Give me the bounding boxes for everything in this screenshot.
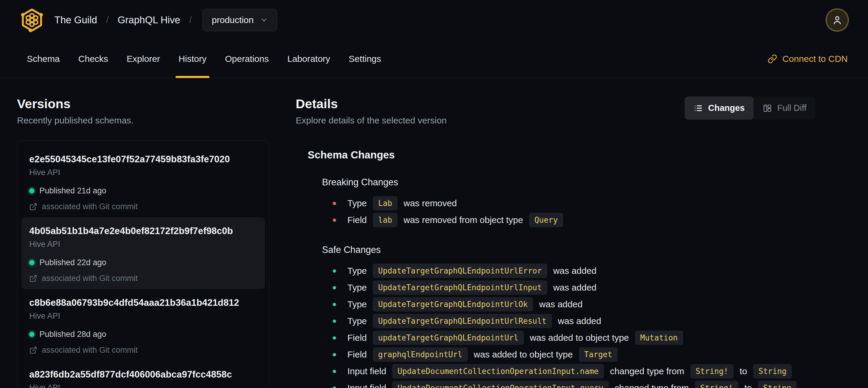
change-list: TypeLabwas removedFieldlabwas removed fr… <box>322 195 851 228</box>
safe-bullet-icon <box>333 303 336 306</box>
schema-changes-title: Schema Changes <box>308 149 851 161</box>
safe-bullet-icon <box>333 336 336 339</box>
version-card[interactable]: a823f6db2a55df877dcf406006abca97fcc4858c… <box>22 361 265 388</box>
full-diff-view-label: Full Diff <box>777 103 806 113</box>
change-row: TypeUpdateTargetGraphQLEndpointUrlResult… <box>333 313 851 329</box>
tab-settings[interactable]: Settings <box>348 40 381 78</box>
git-commit-text: associated with Git commit <box>42 202 138 211</box>
change-text: to <box>744 383 752 388</box>
view-toggle: Changes Full Diff <box>685 96 815 120</box>
change-groups: Breaking ChangesTypeLabwas removedFieldl… <box>296 177 851 388</box>
change-text: Type <box>347 316 367 326</box>
breadcrumb: The Guild / GraphQL Hive / production <box>54 9 277 31</box>
version-card[interactable]: e2e55045345ce13fe07f52a77459b83fa3fe7020… <box>22 146 265 217</box>
safe-bullet-icon <box>333 387 336 388</box>
tab-label: Schema <box>27 54 60 64</box>
tab-checks[interactable]: Checks <box>78 40 108 78</box>
version-card[interactable]: c8b6e88a06793b9c4dfd54aaa21b36a1b421d812… <box>22 289 265 361</box>
change-text: Type <box>347 299 367 309</box>
change-text: Input field <box>347 383 386 388</box>
change-row: Input fieldUpdateDocumentCollectionOpera… <box>333 363 851 380</box>
change-row: FieldgraphqlEndpointUrlwas added to obje… <box>333 346 851 363</box>
version-service: Hive API <box>29 168 257 177</box>
code-chip: String <box>758 381 797 388</box>
versions-title: Versions <box>17 96 270 111</box>
code-chip: Query <box>529 213 563 227</box>
published-dot-icon <box>29 260 34 265</box>
git-commit-text: associated with Git commit <box>42 346 138 355</box>
connect-to-cdn-link[interactable]: Connect to CDN <box>768 40 848 78</box>
change-group-safe: Safe ChangesTypeUpdateTargetGraphQLEndpo… <box>322 244 851 388</box>
tab-label: Explorer <box>127 54 160 64</box>
hive-logo-icon[interactable] <box>19 7 45 33</box>
change-text: Type <box>347 198 367 208</box>
tab-label: History <box>179 54 207 64</box>
version-card[interactable]: 4b05ab51b1b4a7e2e4b0ef82172f2b9f7ef98c0b… <box>22 217 265 289</box>
code-chip: String! <box>695 381 738 388</box>
details-panel: Details Explore details of the selected … <box>296 90 851 388</box>
change-text: Field <box>347 215 367 225</box>
safe-bullet-icon <box>333 320 336 323</box>
code-chip: UpdateTargetGraphQLEndpointUrlInput <box>373 280 547 295</box>
tab-schema[interactable]: Schema <box>27 40 60 78</box>
git-commit-link[interactable]: associated with Git commit <box>29 202 257 211</box>
change-group-title: Safe Changes <box>322 244 851 255</box>
external-link-icon <box>29 203 37 211</box>
safe-bullet-icon <box>333 353 336 356</box>
published-text: Published 28d ago <box>39 330 106 339</box>
version-published: Published 21d ago <box>29 186 257 196</box>
user-avatar-button[interactable] <box>826 8 849 32</box>
change-text: Field <box>347 350 367 360</box>
tab-label: Operations <box>225 54 269 64</box>
full-diff-view-button[interactable]: Full Diff <box>753 96 815 120</box>
link-chain-icon <box>768 54 777 64</box>
tab-explorer[interactable]: Explorer <box>127 40 160 78</box>
target-selector[interactable]: production <box>203 9 277 31</box>
change-text: to <box>740 366 747 376</box>
git-commit-text: associated with Git commit <box>42 274 138 283</box>
change-text: was added to object type <box>530 333 629 343</box>
tab-history[interactable]: History <box>179 40 207 78</box>
code-chip: lab <box>373 213 398 227</box>
code-chip: String! <box>690 364 734 379</box>
tab-label: Checks <box>78 54 108 64</box>
safe-bullet-icon <box>333 370 336 373</box>
version-published: Published 28d ago <box>29 330 257 339</box>
tab-label: Settings <box>348 54 381 64</box>
changes-view-button[interactable]: Changes <box>685 96 753 120</box>
code-chip: updateTargetGraphQLEndpointUrl <box>373 331 524 345</box>
change-text: was added <box>553 266 596 276</box>
details-heading-block: Details Explore details of the selected … <box>296 90 446 125</box>
change-group-title: Breaking Changes <box>322 177 851 188</box>
breaking-bullet-icon <box>333 218 336 222</box>
tab-operations[interactable]: Operations <box>225 40 269 78</box>
change-row: TypeUpdateTargetGraphQLEndpointUrlInputw… <box>333 279 851 296</box>
version-list: e2e55045345ce13fe07f52a77459b83fa3fe7020… <box>17 141 270 388</box>
nav-tabs: SchemaChecksExplorerHistoryOperationsLab… <box>19 40 849 78</box>
chevron-down-icon <box>260 16 268 24</box>
published-dot-icon <box>29 188 34 193</box>
tab-laboratory[interactable]: Laboratory <box>287 40 330 78</box>
code-chip: UpdateDocumentCollectionOperationInput.n… <box>392 364 604 379</box>
change-row: Input fieldUpdateDocumentCollectionOpera… <box>333 380 851 388</box>
published-text: Published 22d ago <box>39 258 106 267</box>
breadcrumb-separator: / <box>106 14 109 25</box>
code-chip: UpdateTargetGraphQLEndpointUrlOk <box>373 297 533 311</box>
versions-panel: Versions Recently published schemas. e2e… <box>17 90 270 388</box>
change-text: Type <box>347 282 367 293</box>
git-commit-link[interactable]: associated with Git commit <box>29 274 257 283</box>
code-chip: String <box>753 364 792 379</box>
breadcrumb-project[interactable]: GraphQL Hive <box>118 14 180 26</box>
app-header: The Guild / GraphQL Hive / production Sc… <box>0 0 868 78</box>
details-title: Details <box>296 96 446 111</box>
change-text: changed type from <box>615 383 689 388</box>
published-text: Published 21d ago <box>39 186 106 196</box>
tab-label: Laboratory <box>287 54 330 64</box>
change-group-breaking: Breaking ChangesTypeLabwas removedFieldl… <box>322 177 851 228</box>
details-header: Details Explore details of the selected … <box>296 90 851 125</box>
version-hash: c8b6e88a06793b9c4dfd54aaa21b36a1b421d812 <box>29 297 257 308</box>
breadcrumb-org[interactable]: The Guild <box>54 14 97 26</box>
git-commit-link[interactable]: associated with Git commit <box>29 346 257 355</box>
safe-bullet-icon <box>333 286 336 289</box>
code-chip: Mutation <box>635 331 683 345</box>
